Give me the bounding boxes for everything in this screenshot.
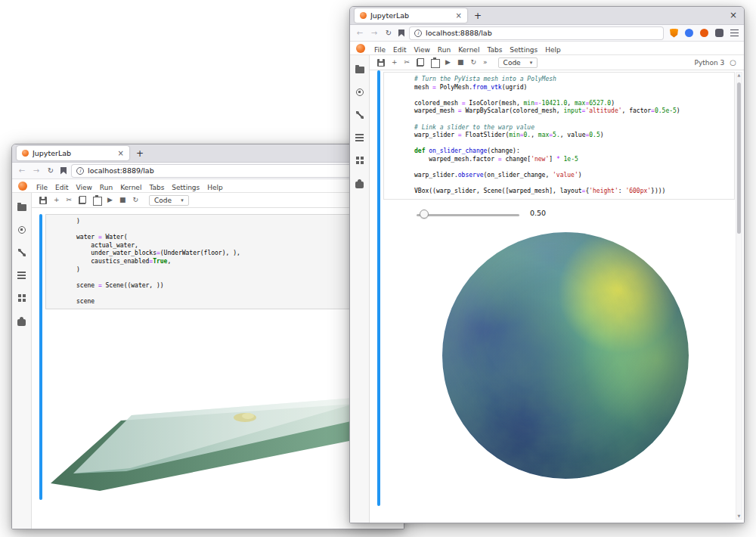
browser-tab[interactable]: JupyterLab × xyxy=(355,8,467,23)
code-cell-editor[interactable]: # Turn the PyVista mesh into a PolyMeshm… xyxy=(383,72,735,200)
code-line: warp_slider = FloatSlider(min=0., max=5.… xyxy=(414,132,731,140)
jupyter-logo xyxy=(18,182,27,191)
url-text: localhost:8888/lab xyxy=(426,29,492,37)
menu-help[interactable]: Help xyxy=(203,184,227,191)
menu-file[interactable]: File xyxy=(33,184,51,191)
run-icon[interactable]: ▶ xyxy=(107,197,113,203)
active-cell-indicator[interactable] xyxy=(377,70,380,506)
menu-settings[interactable]: Settings xyxy=(506,46,541,54)
slider-track[interactable] xyxy=(417,214,519,216)
scrollbar-thumb[interactable] xyxy=(737,82,741,234)
running-icon[interactable] xyxy=(356,88,364,96)
paste-icon[interactable] xyxy=(431,58,438,67)
browser-tab[interactable]: JupyterLab × xyxy=(17,146,129,160)
new-tab-button[interactable]: + xyxy=(136,149,144,158)
palette-icon[interactable] xyxy=(356,157,359,160)
palette-icon[interactable] xyxy=(18,294,21,297)
kernel-name[interactable]: Python 3 xyxy=(694,59,724,67)
extension-icon-blue[interactable] xyxy=(685,29,693,37)
reload-icon[interactable]: ↻ xyxy=(384,29,393,37)
files-icon[interactable] xyxy=(355,67,364,73)
git-icon[interactable] xyxy=(356,111,364,119)
back-icon[interactable]: ← xyxy=(355,29,364,37)
url-bar[interactable]: i localhost:8889/lab xyxy=(72,165,353,177)
bookmark-icon[interactable] xyxy=(60,167,67,175)
menu-run[interactable]: Run xyxy=(434,46,454,54)
extensions-icon[interactable] xyxy=(17,319,26,326)
copy-icon[interactable] xyxy=(79,196,86,204)
stop-icon[interactable]: ■ xyxy=(119,197,126,203)
info-icon[interactable]: i xyxy=(414,29,422,37)
window-close-icon[interactable]: × xyxy=(730,11,737,20)
extension-icon-dark[interactable] xyxy=(715,29,723,37)
notebook-area[interactable]: ) water = Water( actual_water, under_wat… xyxy=(32,208,404,529)
cell-type-value: Code xyxy=(154,197,172,204)
toc-icon[interactable] xyxy=(17,272,26,279)
tab-close-icon[interactable]: × xyxy=(118,149,124,157)
code-line xyxy=(414,116,731,124)
files-icon[interactable] xyxy=(17,204,26,211)
code-line: def on_slider_change(change): xyxy=(414,147,731,156)
tab-bar: JupyterLab × + × xyxy=(350,7,744,25)
menu-icon[interactable] xyxy=(730,29,739,36)
paste-icon[interactable] xyxy=(93,196,101,204)
forward-icon[interactable]: → xyxy=(370,29,379,37)
copy-icon[interactable] xyxy=(417,58,424,67)
cell-type-dropdown[interactable]: Code ▾ xyxy=(149,195,189,206)
back-browser-window[interactable]: JupyterLab × + ← → ↻ i localhost:8889/la… xyxy=(11,144,404,529)
add-cell-icon[interactable]: + xyxy=(54,197,60,203)
save-icon[interactable] xyxy=(377,59,385,67)
tab-close-icon[interactable]: × xyxy=(456,11,462,20)
forward-icon[interactable]: → xyxy=(32,166,41,175)
menu: FileEditViewRunKernelTabsSettingsHelp xyxy=(33,178,227,193)
menu-kernel[interactable]: Kernel xyxy=(116,184,145,191)
git-icon[interactable] xyxy=(18,249,26,256)
menu-edit[interactable]: Edit xyxy=(51,184,72,191)
menu-view[interactable]: View xyxy=(73,184,96,191)
reload-icon[interactable]: ↻ xyxy=(46,166,55,175)
new-tab-button[interactable]: + xyxy=(474,11,482,20)
notebook-area[interactable]: # Turn the PyVista mesh into a PolyMeshm… xyxy=(370,70,744,523)
add-cell-icon[interactable]: + xyxy=(392,59,398,66)
menu-view[interactable]: View xyxy=(411,46,434,54)
menu-file[interactable]: File xyxy=(370,46,389,54)
stop-icon[interactable]: ■ xyxy=(457,59,464,66)
globe-terrain-texture xyxy=(442,232,689,479)
run-icon[interactable]: ▶ xyxy=(445,59,451,66)
toc-icon[interactable] xyxy=(355,134,364,141)
cut-icon[interactable]: ✂ xyxy=(67,197,73,203)
extensions-icon[interactable] xyxy=(355,182,364,188)
cut-icon[interactable]: ✂ xyxy=(404,59,411,66)
menu-tabs[interactable]: Tabs xyxy=(483,46,506,54)
bookmark-icon[interactable] xyxy=(398,29,404,37)
back-icon[interactable]: ← xyxy=(17,166,26,175)
menu-help[interactable]: Help xyxy=(541,46,565,54)
extension-icon-red[interactable] xyxy=(700,29,708,37)
shield-icon[interactable] xyxy=(670,29,678,38)
scroll-up-icon[interactable]: ▲ xyxy=(738,73,741,78)
notebook-scrollbar[interactable]: ▲ ▼ xyxy=(736,72,742,520)
water-scene-3d-output[interactable] xyxy=(32,386,364,500)
menu-kernel[interactable]: Kernel xyxy=(454,46,483,54)
left-sidebar xyxy=(12,193,32,529)
url-bar[interactable]: i localhost:8888/lab xyxy=(410,27,663,39)
restart-icon[interactable]: ↻ xyxy=(133,197,139,203)
code-line: VBox((warp_slider, Scene([warped_mesh], … xyxy=(414,188,731,196)
globe-3d-output[interactable] xyxy=(442,232,689,479)
restart-icon[interactable]: ↻ xyxy=(471,59,477,66)
running-icon[interactable] xyxy=(18,226,26,234)
code-line: # Turn the PyVista mesh into a PolyMesh xyxy=(414,76,731,84)
cell-type-dropdown[interactable]: Code ▾ xyxy=(498,57,538,68)
menu-tabs[interactable]: Tabs xyxy=(145,184,168,191)
run-all-icon[interactable]: » xyxy=(483,59,488,66)
front-browser-window[interactable]: JupyterLab × + × ← → ↻ i localhost:8888/… xyxy=(349,6,745,523)
menu-settings[interactable]: Settings xyxy=(168,184,203,191)
menu-run[interactable]: Run xyxy=(96,184,116,191)
chevron-down-icon: ▾ xyxy=(181,197,184,203)
code-line: colored_mesh = IsoColor(mesh, min=-10421… xyxy=(414,100,731,108)
slider-handle[interactable] xyxy=(420,210,429,219)
save-icon[interactable] xyxy=(39,197,47,204)
menu-edit[interactable]: Edit xyxy=(389,46,410,54)
info-icon[interactable]: i xyxy=(76,167,84,175)
scroll-down-icon[interactable]: ▼ xyxy=(738,514,741,519)
